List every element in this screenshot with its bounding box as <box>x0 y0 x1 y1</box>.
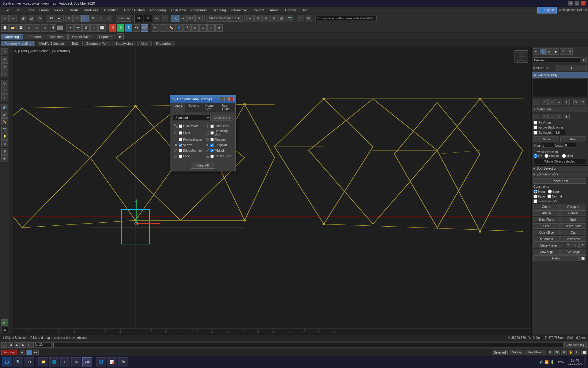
sign-in-button[interactable]: 👤 Sign In <box>537 7 557 13</box>
search-taskbar-btn[interactable]: 🔍 <box>13 357 23 366</box>
mirror-button[interactable]: ⇔ <box>246 15 254 22</box>
midpoint-checkbox[interactable] <box>210 149 214 152</box>
ribbon-toggle[interactable]: ⊟ <box>305 15 312 22</box>
grid-lines-checkbox[interactable] <box>210 125 214 128</box>
ignore-backfacing-checkbox[interactable] <box>533 125 537 129</box>
rotate-button[interactable]: ↻ <box>89 15 96 22</box>
auto-key-button[interactable]: Auto Key <box>1 350 17 355</box>
xy-axis-button[interactable]: XY <box>133 24 140 32</box>
left-helper-btn[interactable]: ⊕ <box>1 140 8 147</box>
off-radio[interactable] <box>533 154 537 158</box>
tb2-bone[interactable]: 🦴 <box>168 24 175 32</box>
ring-input[interactable] <box>542 143 554 148</box>
maximize-btn[interactable]: ⬜ <box>581 350 587 355</box>
explorer-btn[interactable]: 📁 <box>38 357 48 366</box>
edge-mode-btn[interactable]: ╱ <box>541 99 548 105</box>
play-btn[interactable]: ▶ <box>14 342 20 348</box>
tb2-select-obj[interactable]: ⊞ <box>41 24 48 32</box>
left-space-btn[interactable]: ⊞ <box>1 148 8 155</box>
preserve-uvs-checkbox[interactable] <box>533 199 537 203</box>
tb2-more[interactable]: ≫ <box>215 24 223 32</box>
menu-civil-view[interactable]: Civil View <box>169 8 188 13</box>
menu-corona[interactable]: Corona <box>283 8 299 13</box>
dialog-tab-user-grids[interactable]: User Grids <box>219 103 236 112</box>
left-system-btn[interactable]: ⚙ <box>1 155 8 162</box>
left-vertex-btn[interactable]: • <box>1 94 8 101</box>
select-filter-dropdown[interactable]: All <box>47 15 62 22</box>
pivot-checkbox[interactable] <box>179 131 182 135</box>
tab-modeling[interactable]: Modeling <box>1 34 23 40</box>
poly-mode-btn[interactable]: ⬡ <box>556 99 562 105</box>
menu-graph-editors[interactable]: Graph Editors <box>122 8 147 13</box>
left-paint-btn[interactable]: 🖌 <box>1 111 8 118</box>
create-button[interactable]: Create <box>533 204 560 209</box>
make-planar-button[interactable]: Make Planar <box>533 243 564 248</box>
close-button[interactable]: ✕ <box>581 1 586 6</box>
unlink-button[interactable]: ⛓ <box>28 15 35 22</box>
by-vertex-checkbox[interactable] <box>533 121 537 125</box>
tb2-material[interactable]: ⬜ <box>98 24 106 32</box>
left-move-btn[interactable]: ✛ <box>1 56 8 63</box>
array-button[interactable]: ▦ <box>278 15 285 22</box>
mail-btn[interactable]: ✉ <box>71 357 81 366</box>
by-angle-checkbox[interactable] <box>533 131 537 135</box>
tb2-save[interactable]: 💾 <box>17 24 24 32</box>
subtab-align[interactable]: Align <box>137 41 151 46</box>
left-link-btn[interactable]: 🔗 <box>1 104 8 110</box>
repeat-last-button[interactable]: Repeat Last <box>533 178 586 184</box>
next-key-btn[interactable]: ⏭ <box>33 350 39 355</box>
set-key-button[interactable]: Set Key <box>509 350 524 355</box>
browser2-btn[interactable]: 🌐 <box>96 357 106 366</box>
clear-all-button[interactable]: Clear All <box>191 162 215 169</box>
zoom-extents-btn[interactable]: ⊞ <box>548 350 553 355</box>
sel-vertex-btn[interactable]: · <box>533 114 540 119</box>
object-name-input[interactable] <box>533 57 580 63</box>
task-view-btn[interactable]: ⊟ <box>24 357 34 366</box>
grid-align-button[interactable]: Grid Align <box>560 249 586 255</box>
center-face-checkbox[interactable] <box>210 155 214 158</box>
left-timeline-btn[interactable]: ⏮ <box>1 327 8 333</box>
menu-customize[interactable]: Customize <box>189 8 210 13</box>
left-polygon-btn[interactable]: ⬡ <box>1 80 8 86</box>
rp-modify-icon[interactable]: 🔧 <box>540 48 546 55</box>
element-mode-btn[interactable]: ◈ <box>563 99 570 105</box>
left-camera2-btn[interactable]: 📷 <box>1 126 8 132</box>
redo-button[interactable]: ↪ <box>9 15 17 22</box>
override-button[interactable]: Override OFF <box>212 115 233 121</box>
create-selection-button[interactable]: Create Selection Se ▼ <box>206 15 243 22</box>
modifier-list-dropdown[interactable]: ▼ <box>556 65 587 71</box>
transform-button[interactable]: ⊹ <box>105 15 112 22</box>
split-button[interactable]: Split <box>560 217 586 222</box>
face-constraint-radio[interactable] <box>533 194 537 198</box>
tab-object-paint[interactable]: Object Paint <box>68 34 95 40</box>
prev-frame-btn[interactable]: ◀ <box>8 342 13 348</box>
y-axis-button[interactable]: Y <box>117 24 124 32</box>
menu-modifiers[interactable]: Modifiers <box>82 8 100 13</box>
vertex-checkbox[interactable] <box>179 144 182 147</box>
menu-tools[interactable]: Tools <box>24 8 36 13</box>
rp-hierarchy-icon[interactable]: ⊞ <box>546 48 552 55</box>
view-dropdown[interactable]: View <box>116 15 131 22</box>
menu-file[interactable]: File <box>1 8 12 13</box>
left-select-btn[interactable]: ↗ <box>1 48 8 55</box>
max-taskbar-btn[interactable]: 3ds <box>82 357 92 366</box>
tb2-redo2[interactable]: ⟳ <box>33 24 40 32</box>
move-button[interactable]: ✛ <box>81 15 89 22</box>
tb2-obj-color[interactable] <box>57 25 63 30</box>
tb2-new[interactable]: 📄 <box>1 24 9 32</box>
xy2-axis-button[interactable]: XY? <box>141 24 148 32</box>
orbit-btn[interactable]: ↻ <box>575 350 580 355</box>
x-axis-button[interactable]: X <box>109 24 116 32</box>
minimize-button[interactable]: ─ <box>568 1 573 6</box>
rp-display-icon[interactable]: 👁 <box>560 48 566 55</box>
detach-button[interactable]: Detach <box>560 210 586 216</box>
multi-radio[interactable] <box>562 154 566 158</box>
menu-group[interactable]: Group <box>37 8 51 13</box>
zoom-btn[interactable]: 🔍 <box>554 350 560 355</box>
undo-button[interactable]: ↩ <box>1 15 9 22</box>
subtab-subdivision[interactable]: Subdivision <box>112 41 136 46</box>
angle-snap-button[interactable]: A <box>179 15 187 22</box>
dialog-minimize-btn[interactable]: ─ <box>220 97 224 101</box>
rp-create-icon[interactable]: ✦ <box>533 48 539 55</box>
left-rotate-btn[interactable]: ↻ <box>1 63 8 70</box>
